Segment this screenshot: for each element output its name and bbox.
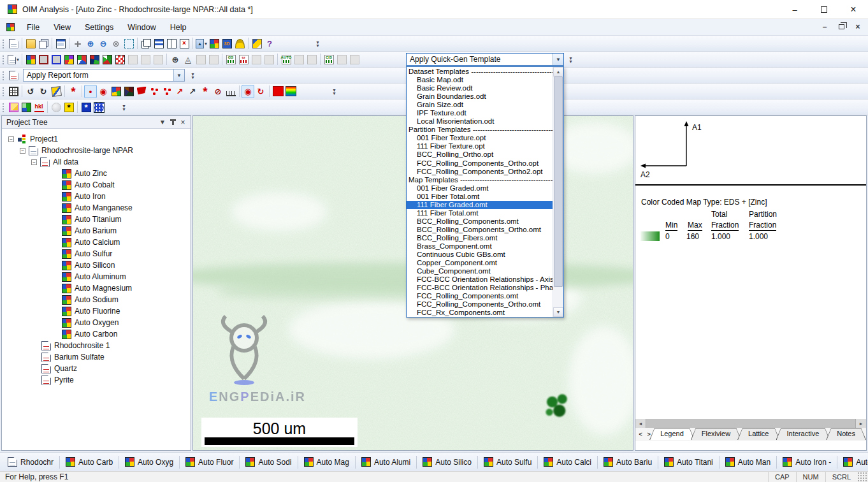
dropdown-item[interactable]: BCC_Rolling_Fibers.omt (407, 234, 553, 242)
zoom-out-button[interactable]: ⊖ (97, 37, 110, 50)
ipf-map-button[interactable] (24, 53, 37, 66)
toolbar-grip[interactable] (1, 38, 5, 49)
tab-legend[interactable]: Legend (649, 428, 695, 440)
expander-icon[interactable]: − (8, 136, 14, 142)
unit-cell-button[interactable] (92, 101, 105, 114)
scroll-left-icon[interactable]: ◄ (635, 419, 646, 428)
export-button[interactable]: ▾ (195, 37, 208, 50)
dropdown-item[interactable]: FCC_Rolling_Components_Ortho2.opt (407, 168, 553, 176)
tree-item-auto[interactable]: Auto Calcium (2, 237, 191, 248)
color-map-button[interactable] (208, 37, 221, 50)
rotate-button[interactable]: ↻ (254, 85, 267, 98)
tree-item-auto[interactable]: Auto Silicon (2, 259, 191, 271)
undo-button[interactable]: ↺ (24, 85, 37, 98)
menu-window[interactable]: Window (120, 20, 163, 34)
star-button[interactable]: * (199, 85, 212, 98)
profile-button[interactable] (224, 85, 237, 98)
dropdown-item[interactable]: FCC_Rolling_Components_Ortho.opt (407, 159, 553, 168)
window-button[interactable]: Auto Titani (660, 455, 717, 469)
menu-view[interactable]: View (47, 20, 78, 34)
inverse-pole-figure-button[interactable]: ◬ (182, 53, 194, 66)
toolbar-overflow-button[interactable]: ▾▾ (189, 69, 197, 82)
tab-lattice[interactable]: Lattice (737, 428, 779, 440)
help-button[interactable]: ? (263, 37, 276, 50)
window-button[interactable]: Auto Fluor (182, 455, 237, 469)
scrollbar-thumb[interactable] (646, 419, 856, 428)
scatter-arrow-button[interactable] (161, 85, 173, 98)
zoom-in-button[interactable]: ⊕ (84, 37, 97, 50)
tree-item-auto[interactable]: Auto Magnesium (2, 282, 191, 294)
small-arrow-button[interactable]: ↗ (186, 85, 199, 98)
dropdown-group-header[interactable]: Dataset Templates ----------------------… (407, 68, 553, 76)
scatter-plus-button[interactable] (148, 85, 161, 98)
app-menu-icon[interactable] (6, 23, 15, 31)
sphere-button[interactable] (50, 101, 62, 114)
dropdown-item[interactable]: Local Misorientation.odt (407, 117, 553, 126)
panel-close-icon[interactable]: × (178, 117, 188, 128)
gradient-color-button[interactable] (284, 85, 297, 98)
expander-icon[interactable]: − (31, 159, 37, 165)
cis-chart-button[interactable]: CIS (322, 53, 335, 66)
tree-item-auto[interactable]: Auto Sulfur (2, 248, 191, 259)
expander-icon[interactable]: − (20, 148, 25, 154)
tree-item-partition[interactable]: Barium Sulfate (2, 351, 191, 363)
dome-button[interactable] (233, 37, 246, 50)
quick-gen-template-combobox[interactable]: Apply Quick-Gen Template ▼ (406, 53, 564, 66)
highlight-target-button[interactable]: ◉ (242, 85, 254, 98)
toolbar-overflow-button[interactable]: ▾▾ (567, 53, 575, 66)
pole-figure-button[interactable]: ⊕ (169, 53, 182, 66)
tree-item-auto[interactable]: Auto Carbon (2, 328, 191, 340)
dropdown-group-header[interactable]: Partition Templates --------------------… (407, 126, 553, 134)
scroll-right-icon[interactable]: ► (856, 419, 866, 428)
zoom-reset-button[interactable]: ⊗ (110, 37, 122, 50)
window-button[interactable]: Auto Oxyg (121, 455, 177, 469)
phase-map-button[interactable] (62, 53, 75, 66)
dropdown-item[interactable]: Cube_Component.omt (407, 267, 553, 275)
window-button[interactable]: Auto Iron - (779, 455, 835, 469)
cluster-map-button[interactable] (75, 53, 88, 66)
maximize-button[interactable] (809, 0, 839, 19)
tab-flexiview[interactable]: Flexiview (691, 428, 741, 440)
boundary-map-button[interactable] (88, 53, 101, 66)
grid-button[interactable] (7, 85, 20, 98)
tree-item-auto[interactable]: Auto Barium (2, 225, 191, 237)
gray-map-red-button[interactable] (37, 53, 50, 66)
redo-button[interactable]: ↻ (37, 85, 50, 98)
zone-axis-button[interactable]: * (62, 101, 75, 114)
dropdown-arrow-icon[interactable]: ▾ (17, 57, 19, 62)
dropdown-item[interactable]: BCC_Rolling_Components.omt (407, 217, 553, 226)
gray-map-blue-button[interactable] (50, 53, 62, 66)
dropdown-item[interactable]: 001 Fiber Texture.opt (407, 134, 553, 142)
solid-color-button[interactable] (271, 85, 284, 98)
map-disabled-3-button[interactable] (152, 53, 164, 66)
pan-button[interactable]: + (71, 37, 84, 50)
texture-disabled-1-button[interactable] (194, 53, 207, 66)
settings-gear-button[interactable]: * (67, 85, 80, 98)
new-document-button[interactable] (7, 37, 20, 50)
map-point-button[interactable] (110, 85, 122, 98)
lattice-orient-button[interactable] (20, 101, 33, 114)
pin-icon[interactable] (168, 117, 178, 128)
menu-help[interactable]: Help (163, 20, 194, 34)
menu-settings[interactable]: Settings (78, 20, 120, 34)
new-map-template-button[interactable]: ▾ (7, 53, 20, 66)
tab-scroll-left-button[interactable]: < (637, 429, 644, 439)
window-button[interactable]: Auto Coba (839, 455, 868, 469)
dropdown-item[interactable]: BCC_Rolling_Ortho.opt (407, 150, 553, 159)
mdi-restore-button[interactable] (836, 22, 846, 32)
tab-interactive[interactable]: Interactive (776, 428, 830, 440)
toolbar-grip[interactable] (1, 70, 5, 81)
auto-disabled-2-button[interactable] (305, 53, 318, 66)
tree-item-partition[interactable]: Quartz (2, 363, 191, 374)
tile-horizontal-button[interactable] (152, 37, 165, 50)
partition-map-button[interactable] (113, 53, 126, 66)
dropdown-item[interactable]: Grain Boundaries.odt (407, 92, 553, 101)
resize-grip[interactable] (857, 472, 867, 482)
dropdown-item[interactable]: 111 Fiber Graded.omt (407, 201, 553, 209)
report-form-combobox[interactable]: Apply Report form ▼ (23, 69, 185, 82)
cis-disabled-1-button[interactable] (335, 53, 348, 66)
tree-item-project[interactable]: − Project1 (2, 133, 191, 145)
chart-disabled-1-button[interactable] (250, 53, 263, 66)
dropdown-scrollbar[interactable]: ▲ ▼ (553, 67, 563, 317)
new-report-button[interactable] (7, 69, 20, 82)
